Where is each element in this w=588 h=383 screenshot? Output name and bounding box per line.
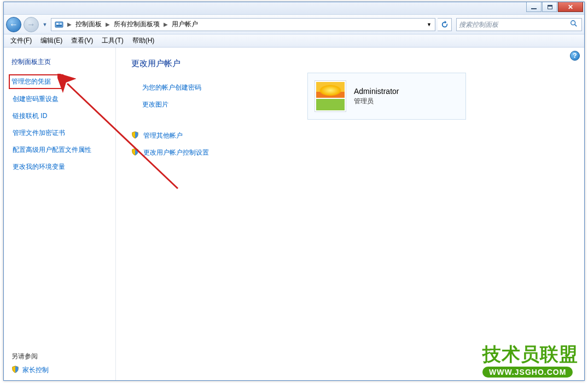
address-bar[interactable]: ▶ 控制面板 ▶ 所有控制面板项 ▶ 用户帐户 ▼ xyxy=(51,18,435,31)
minimize-button[interactable] xyxy=(526,2,542,12)
see-also-link-label: 家长控制 xyxy=(22,366,49,375)
close-icon: ✕ xyxy=(568,3,573,11)
action-label: 为您的帐户创建密码 xyxy=(142,83,201,92)
nav-back-button[interactable]: ← xyxy=(6,17,21,32)
shield-icon xyxy=(131,131,139,140)
menu-help[interactable]: 帮助(H) xyxy=(128,34,159,47)
sidebar: 控制面板主页 管理您的凭据 创建密码重设盘 链接联机 ID 管理文件加密证书 配… xyxy=(4,48,116,380)
search-input[interactable] xyxy=(459,21,570,28)
breadcrumb-chevron-icon[interactable]: ▶ xyxy=(66,21,73,27)
action-label: 更改用户帐户控制设置 xyxy=(143,148,209,157)
breadcrumb-user-accounts[interactable]: 用户帐户 xyxy=(170,19,200,31)
action-change-uac-settings[interactable]: 更改用户帐户控制设置 xyxy=(131,146,569,160)
sidebar-link-manage-efs-cert[interactable]: 管理文件加密证书 xyxy=(11,126,108,140)
breadcrumb-chevron-icon[interactable]: ▶ xyxy=(104,21,112,27)
sidebar-home-title[interactable]: 控制面板主页 xyxy=(11,57,108,67)
breadcrumb-all-items[interactable]: 所有控制面板项 xyxy=(112,19,162,31)
page-title: 更改用户帐户 xyxy=(131,58,569,69)
menu-tools[interactable]: 工具(T) xyxy=(97,34,127,47)
see-also-heading: 另请参阅 xyxy=(11,352,108,361)
control-panel-icon xyxy=(54,20,64,30)
account-name: Administrator xyxy=(354,87,399,96)
svg-point-4 xyxy=(571,20,575,25)
svg-rect-3 xyxy=(56,25,62,26)
sidebar-link-create-reset-disk[interactable]: 创建密码重设盘 xyxy=(11,92,108,106)
action-manage-other-accounts[interactable]: 管理其他帐户 xyxy=(131,129,569,143)
see-also-parental-controls[interactable]: 家长控制 xyxy=(11,366,108,375)
shield-icon xyxy=(11,366,19,375)
sidebar-link-manage-credentials[interactable]: 管理您的凭据 xyxy=(9,74,63,89)
sidebar-link-change-env-vars[interactable]: 更改我的环境变量 xyxy=(11,160,108,174)
sidebar-link-link-online-id[interactable]: 链接联机 ID xyxy=(11,109,108,123)
breadcrumb-chevron-icon[interactable]: ▶ xyxy=(162,21,170,27)
help-icon: ? xyxy=(573,52,577,60)
minimize-icon xyxy=(531,8,537,9)
window-body: 控制面板主页 管理您的凭据 创建密码重设盘 链接联机 ID 管理文件加密证书 配… xyxy=(4,48,584,380)
address-bar-dropdown[interactable]: ▼ xyxy=(424,19,434,31)
shield-icon xyxy=(131,148,139,157)
refresh-icon xyxy=(441,21,449,28)
back-arrow-icon: ← xyxy=(9,20,18,29)
sidebar-link-configure-profile[interactable]: 配置高级用户配置文件属性 xyxy=(11,143,108,157)
menu-file[interactable]: 文件(F) xyxy=(6,34,36,47)
maximize-button[interactable] xyxy=(542,2,557,12)
nav-forward-button[interactable]: → xyxy=(24,17,39,32)
account-card: Administrator 管理员 xyxy=(307,73,466,120)
action-label: 管理其他帐户 xyxy=(143,131,183,140)
control-panel-window: ✕ ← → ▼ ▶ 控制面板 ▶ 所有控制面板项 ▶ 用户帐户 ▼ xyxy=(3,2,585,381)
refresh-button[interactable] xyxy=(438,18,452,31)
window-titlebar: ✕ xyxy=(4,2,584,15)
menu-view[interactable]: 查看(V) xyxy=(67,34,97,47)
navigation-bar: ← → ▼ ▶ 控制面板 ▶ 所有控制面板项 ▶ 用户帐户 ▼ xyxy=(4,15,584,34)
svg-line-5 xyxy=(575,24,577,26)
breadcrumb-control-panel[interactable]: 控制面板 xyxy=(73,19,104,31)
forward-arrow-icon: → xyxy=(27,20,36,29)
svg-rect-1 xyxy=(56,23,59,25)
close-button[interactable]: ✕ xyxy=(558,2,583,12)
menu-edit[interactable]: 编辑(E) xyxy=(36,34,67,47)
action-label: 更改图片 xyxy=(142,100,168,109)
menu-bar: 文件(F) 编辑(E) 查看(V) 工具(T) 帮助(H) xyxy=(4,34,584,48)
avatar xyxy=(315,80,346,112)
nav-history-dropdown[interactable]: ▼ xyxy=(41,19,49,30)
main-content: ? 更改用户帐户 为您的帐户创建密码 更改图片 管理其他帐户 更改用户帐户控制设… xyxy=(116,48,584,380)
svg-rect-2 xyxy=(60,23,62,25)
avatar-image xyxy=(316,82,345,110)
maximize-icon xyxy=(548,5,552,9)
search-icon[interactable] xyxy=(570,20,579,30)
help-button[interactable]: ? xyxy=(570,51,580,61)
account-role: 管理员 xyxy=(354,97,399,106)
search-box[interactable] xyxy=(456,18,582,31)
